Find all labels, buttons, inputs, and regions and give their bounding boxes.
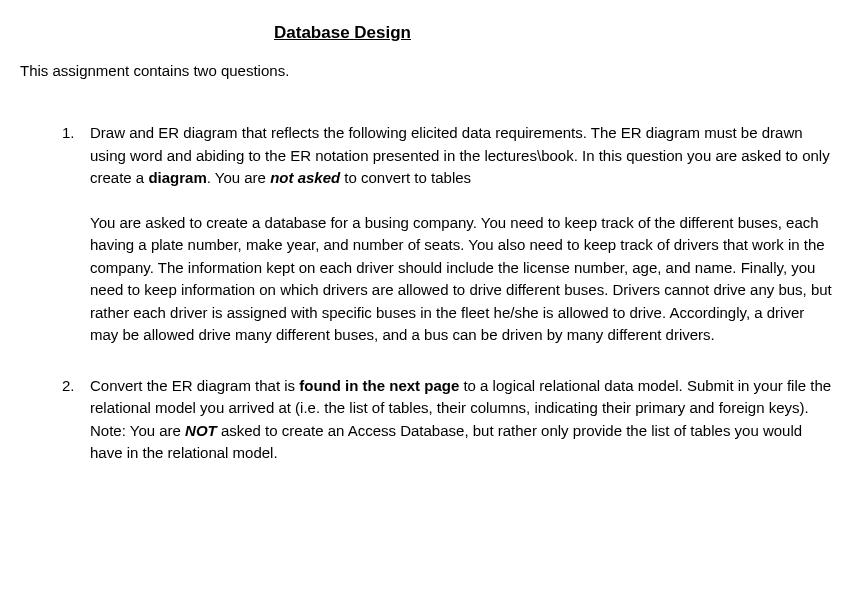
text-run: Note: You are xyxy=(90,422,185,439)
text-run: Convert the ER diagram that is xyxy=(90,377,299,394)
question-2: 2. Convert the ER diagram that is found … xyxy=(90,375,835,465)
text-run: . You are xyxy=(207,169,270,186)
text-run-bold: found in the next page xyxy=(299,377,459,394)
text-run-bold: diagram xyxy=(148,169,206,186)
question-1: 1. Draw and ER diagram that reflects the… xyxy=(90,122,835,347)
question-1-paragraph-1: Draw and ER diagram that reflects the fo… xyxy=(90,122,835,190)
question-number: 2. xyxy=(62,375,75,398)
question-2-paragraph-1: Convert the ER diagram that is found in … xyxy=(90,375,835,420)
question-list: 1. Draw and ER diagram that reflects the… xyxy=(20,122,835,465)
text-run-bold-italic: NOT xyxy=(185,422,217,439)
text-run-bold-italic: not asked xyxy=(270,169,340,186)
intro-text: This assignment contains two questions. xyxy=(20,60,835,83)
question-1-paragraph-2: You are asked to create a database for a… xyxy=(90,212,835,347)
question-2-note: Note: You are NOT asked to create an Acc… xyxy=(90,420,835,465)
document-title: Database Design xyxy=(150,20,535,46)
text-run: to convert to tables xyxy=(340,169,471,186)
question-number: 1. xyxy=(62,122,75,145)
